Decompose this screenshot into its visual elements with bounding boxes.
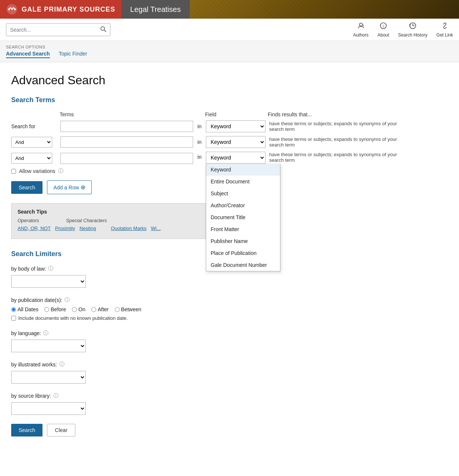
illustrated-works-label-text: by illustrated works: bbox=[11, 362, 57, 368]
search-options-label: SEARCH OPTIONS bbox=[6, 45, 453, 49]
bottom-search-button[interactable]: Search bbox=[11, 424, 43, 436]
source-library-select[interactable] bbox=[11, 402, 86, 415]
main-content: Advanced Search Search Terms Terms Field… bbox=[0, 62, 410, 463]
before-label: Before bbox=[51, 306, 66, 312]
col-header-terms-spacer bbox=[11, 111, 60, 117]
nav-get-link[interactable]: Get Link bbox=[436, 22, 453, 38]
publication-date-label: by publication date(s): ⓘ bbox=[11, 297, 399, 303]
date-radio-group: All Dates Before On After Between bbox=[11, 306, 399, 312]
authors-icon bbox=[357, 22, 365, 32]
search-tips-title: Search Tips bbox=[18, 209, 229, 215]
search-btn-row: Search Add a Row ⊕ bbox=[11, 180, 399, 194]
special-links: Quotation Marks Wi... bbox=[111, 226, 160, 231]
dd-item-gale-number[interactable]: Gale Document Number bbox=[206, 259, 280, 271]
allow-variations-label: Allow variations bbox=[19, 168, 55, 174]
source-library-group: by source library: ⓘ bbox=[11, 393, 399, 415]
tips-link-wi[interactable]: Wi... bbox=[151, 226, 161, 231]
tab-advanced-search[interactable]: Advanced Search bbox=[6, 51, 50, 58]
radio-between[interactable]: Between bbox=[115, 306, 141, 312]
search-icon-button[interactable] bbox=[97, 23, 110, 36]
term-row-1: Search for in KeywordEntire DocumentSubj… bbox=[11, 120, 399, 132]
dd-item-subject[interactable]: Subject bbox=[206, 187, 280, 199]
source-library-help-icon[interactable]: ⓘ bbox=[53, 393, 59, 399]
field-select-2[interactable]: KeywordEntire DocumentSubjectAuthor/Crea… bbox=[206, 136, 265, 148]
term-input-2[interactable] bbox=[60, 136, 193, 148]
body-of-law-label: by body of law: ⓘ bbox=[11, 265, 399, 272]
field-select-1[interactable]: KeywordEntire DocumentSubjectAuthor/Crea… bbox=[206, 120, 265, 132]
search-history-icon bbox=[409, 22, 417, 32]
dd-item-place[interactable]: Place of Publication bbox=[206, 247, 280, 259]
operator-select-2[interactable]: AndOrNot bbox=[11, 137, 52, 148]
pub-date-help-icon[interactable]: ⓘ bbox=[65, 297, 70, 303]
radio-on[interactable]: On bbox=[72, 306, 85, 312]
term-input-3[interactable] bbox=[60, 153, 193, 164]
tab-topic-finder[interactable]: Topic Finder bbox=[59, 51, 87, 58]
after-label: After bbox=[98, 306, 109, 312]
body-of-law-select[interactable] bbox=[11, 275, 86, 288]
header: GALE PRIMARY SOURCES Legal Treatises bbox=[0, 0, 459, 19]
svg-point-1 bbox=[8, 9, 10, 10]
tips-link-nesting[interactable]: Nesting bbox=[79, 226, 96, 231]
search-options-bar: SEARCH OPTIONS Advanced Search Topic Fin… bbox=[0, 41, 459, 62]
include-no-date-label: Include documents with no known publicat… bbox=[18, 315, 128, 321]
tips-link-and-or-not[interactable]: AND, OR, NOT bbox=[18, 226, 51, 231]
dropdown-open-menu: Keyword Entire Document Subject Author/C… bbox=[206, 164, 280, 271]
page-title: Advanced Search bbox=[11, 73, 399, 87]
nav-about[interactable]: i About bbox=[377, 22, 389, 38]
search-for-label: Search for bbox=[11, 123, 60, 129]
dd-item-doc-title[interactable]: Document Title bbox=[206, 211, 280, 223]
language-label-text: by language: bbox=[11, 330, 41, 336]
clear-button[interactable]: Clear bbox=[47, 424, 75, 436]
body-of-law-help-icon[interactable]: ⓘ bbox=[48, 265, 53, 272]
svg-point-2 bbox=[14, 9, 16, 10]
dd-item-keyword[interactable]: Keyword bbox=[206, 164, 280, 176]
radio-after[interactable]: After bbox=[91, 306, 109, 312]
operator-select-3[interactable]: AndOrNot bbox=[11, 153, 52, 164]
allow-variations-help-icon[interactable]: ⓘ bbox=[58, 168, 63, 174]
get-link-icon bbox=[441, 22, 449, 32]
search-terms-title: Search Terms bbox=[11, 96, 399, 105]
all-dates-label: All Dates bbox=[18, 306, 38, 312]
tips-link-quotes[interactable]: Quotation Marks bbox=[111, 226, 146, 231]
field-dropdown-3-container: KeywordEntire DocumentSubjectAuthor/Crea… bbox=[206, 152, 265, 164]
operators-label: Operators bbox=[18, 218, 51, 223]
illustrated-works-select[interactable] bbox=[11, 371, 86, 384]
add-row-label: Add a Row bbox=[53, 185, 79, 190]
term-row-2: AndOrNot in KeywordEntire DocumentSubjec… bbox=[11, 136, 399, 148]
brand-name: GALE PRIMARY SOURCES bbox=[22, 6, 115, 13]
field-select-3[interactable]: KeywordEntire DocumentSubjectAuthor/Crea… bbox=[206, 152, 265, 164]
nav-search-history[interactable]: Search History bbox=[398, 22, 428, 38]
svg-line-9 bbox=[444, 25, 446, 26]
nav-bar: Authors i About Search History Get Link bbox=[0, 19, 459, 41]
radio-before[interactable]: Before bbox=[44, 306, 66, 312]
brand-area: GALE PRIMARY SOURCES bbox=[0, 0, 121, 19]
language-group: by language: ⓘ bbox=[11, 330, 399, 352]
dd-item-publisher[interactable]: Publisher Name bbox=[206, 235, 280, 247]
nav-authors[interactable]: Authors bbox=[353, 22, 368, 38]
tips-link-proximity[interactable]: Proximity bbox=[55, 226, 75, 231]
bottom-btn-row: Search Clear bbox=[11, 424, 399, 436]
body-of-law-group: by body of law: ⓘ bbox=[11, 265, 399, 288]
term-input-1[interactable] bbox=[60, 121, 193, 132]
language-help-icon[interactable]: ⓘ bbox=[43, 330, 48, 337]
radio-all-dates[interactable]: All Dates bbox=[11, 306, 38, 312]
subtitle-text: Legal Treatises bbox=[130, 5, 181, 14]
add-row-plus-icon: ⊕ bbox=[81, 184, 85, 191]
dd-item-front-matter[interactable]: Front Matter bbox=[206, 223, 280, 235]
between-label: Between bbox=[121, 306, 141, 312]
allow-variations-checkbox[interactable] bbox=[11, 169, 16, 174]
illustrated-works-help-icon[interactable]: ⓘ bbox=[59, 361, 65, 368]
include-no-date-checkbox[interactable] bbox=[11, 316, 16, 321]
source-library-label: by source library: ⓘ bbox=[11, 393, 399, 399]
search-input[interactable] bbox=[6, 24, 97, 35]
publication-date-group: by publication date(s): ⓘ All Dates Befo… bbox=[11, 297, 399, 321]
search-button[interactable]: Search bbox=[11, 181, 43, 194]
dd-item-entire-doc[interactable]: Entire Document bbox=[206, 176, 280, 187]
search-icon bbox=[100, 26, 106, 32]
search-limiters-title: Search Limiters bbox=[11, 250, 399, 259]
dd-item-author[interactable]: Author/Creator bbox=[206, 199, 280, 211]
add-row-button[interactable]: Add a Row ⊕ bbox=[47, 180, 91, 194]
source-library-label-text: by source library: bbox=[11, 393, 51, 399]
search-options-tabs: Advanced Search Topic Finder bbox=[6, 51, 453, 58]
language-select[interactable] bbox=[11, 340, 86, 352]
